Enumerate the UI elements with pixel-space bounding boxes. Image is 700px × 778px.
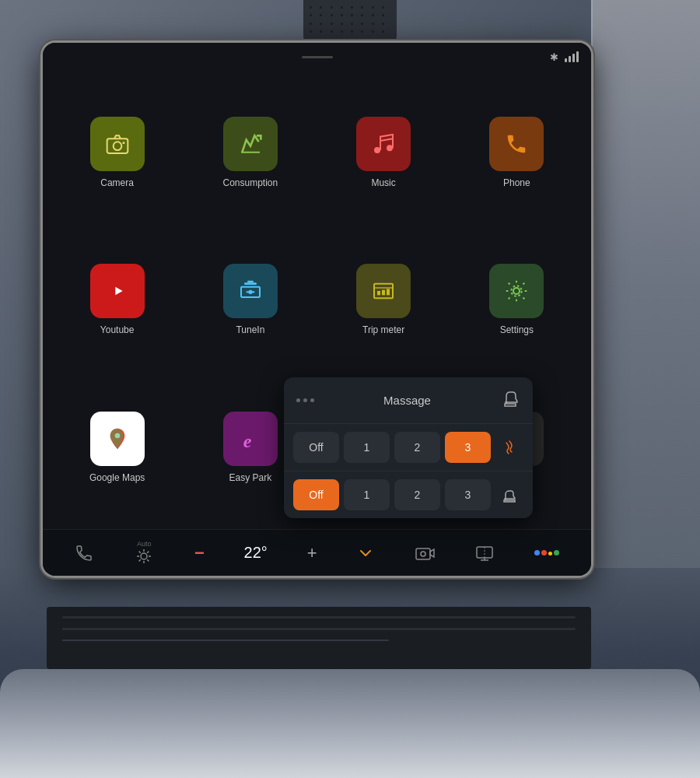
row2-3-button[interactable]: 3 [445,479,491,510]
phone-label: Phone [503,177,530,188]
main-screen: ✱ Camera [43,43,591,576]
mirror-button[interactable] [474,545,495,562]
googlemaps-label: Google Maps [89,472,145,483]
minus-icon: − [194,543,205,563]
app-consumption[interactable]: Consumption [188,83,312,222]
music-label: Music [371,177,395,188]
svg-rect-9 [244,283,257,286]
dot-1 [296,398,300,402]
massage-popup: Massage Off 1 2 3 [284,377,533,518]
svg-text:e: e [243,431,252,451]
svg-rect-15 [377,291,380,295]
svg-point-18 [513,288,520,294]
temp-minus-button[interactable]: − [194,543,205,563]
plus-icon: + [307,543,317,563]
camera-bottom-icon [415,545,435,562]
settings-label: Settings [500,324,534,335]
youtube-svg [105,279,130,303]
svg-rect-0 [107,138,128,153]
app-tripmeter[interactable]: Trip meter [322,231,446,370]
app-tunein[interactable]: TuneIn [188,231,312,370]
svg-point-29 [141,553,147,559]
camera-svg [105,131,130,156]
youtube-label: Youtube [100,324,135,335]
svg-rect-16 [382,290,385,296]
app-phone[interactable]: Phone [455,83,579,222]
tunein-icon-bg [223,264,278,318]
dot-3 [310,398,314,402]
svg-line-37 [139,559,141,561]
camera-label: Camera [100,177,134,188]
consumption-icon-bg [223,117,278,171]
app-googlemaps[interactable]: Google Maps [55,378,179,517]
easypark-svg: e [238,426,263,451]
vent-area [47,607,591,669]
popup-header: Massage [284,377,533,424]
googlemaps-svg [105,426,130,451]
rear-camera-button[interactable] [415,545,435,562]
climate-icon [133,548,155,565]
row2-1-button[interactable]: 1 [344,479,390,510]
svg-rect-2 [122,142,124,144]
googlemaps-icon-bg [90,412,145,466]
dot-2 [303,398,307,402]
seat-bottom [0,669,700,778]
heat-seat-icon [501,439,518,456]
tripmeter-label: Trip meter [362,324,404,335]
mirror-icon [474,545,495,562]
seat-svg [500,388,520,408]
svg-point-1 [113,142,121,150]
tunein-label: TuneIn [236,324,264,335]
svg-rect-38 [416,548,430,559]
row2-off-button[interactable]: Off [293,479,339,510]
settings-icon-bg [489,264,544,318]
status-bar: ✱ [43,43,591,71]
row1-off-button[interactable]: Off [293,432,339,463]
app-music[interactable]: Music [322,83,446,222]
expand-button[interactable] [356,544,375,562]
easypark-label: Easy Park [229,472,272,483]
row1-3-button[interactable]: 3 [445,432,491,463]
youtube-icon-bg [90,264,145,318]
google-assistant-icon [534,550,559,555]
seat-massage-svg [501,486,518,503]
status-icons: ✱ [550,51,579,63]
phone-bottom-icon [75,544,93,562]
svg-rect-41 [477,547,492,558]
tunein-svg [238,279,263,303]
seat-massage-icon [495,479,523,510]
tripmeter-svg [371,279,396,303]
svg-line-34 [139,551,141,552]
climate-button[interactable]: Auto [133,540,155,566]
row2-2-button[interactable]: 2 [394,479,440,510]
popup-menu-dots[interactable] [296,398,314,402]
temperature-value: 22° [244,544,268,562]
easypark-icon-bg: e [223,412,278,466]
app-camera[interactable]: Camera [55,83,179,222]
app-youtube[interactable]: Youtube [55,231,179,370]
popup-row-1: Off 1 2 3 [284,424,533,471]
consumption-label: Consumption [223,177,278,188]
row1-1-button[interactable]: 1 [344,432,390,463]
swipe-handle [302,56,333,58]
phone-button[interactable] [75,544,93,562]
svg-line-36 [147,551,149,552]
bottom-bar: Auto − 22° [43,529,591,576]
phone-svg [505,132,528,156]
svg-point-4 [374,147,380,153]
row1-2-button[interactable]: 2 [394,432,440,463]
auto-label: Auto [133,540,155,548]
app-settings[interactable]: Settings [455,231,579,370]
temperature-display: 22° [244,544,268,562]
phone-icon-bg [489,117,544,171]
assistant-button[interactable] [534,550,559,555]
bluetooth-icon: ✱ [550,51,558,63]
svg-rect-10 [247,281,254,283]
consumption-svg [238,131,263,156]
signal-icon [565,51,579,62]
car-right-panel [591,0,700,584]
temp-plus-button[interactable]: + [307,543,317,563]
popup-row-2: Off 1 2 3 [284,471,533,518]
car-bottom-panel [0,568,700,778]
tripmeter-icon-bg [356,264,411,318]
